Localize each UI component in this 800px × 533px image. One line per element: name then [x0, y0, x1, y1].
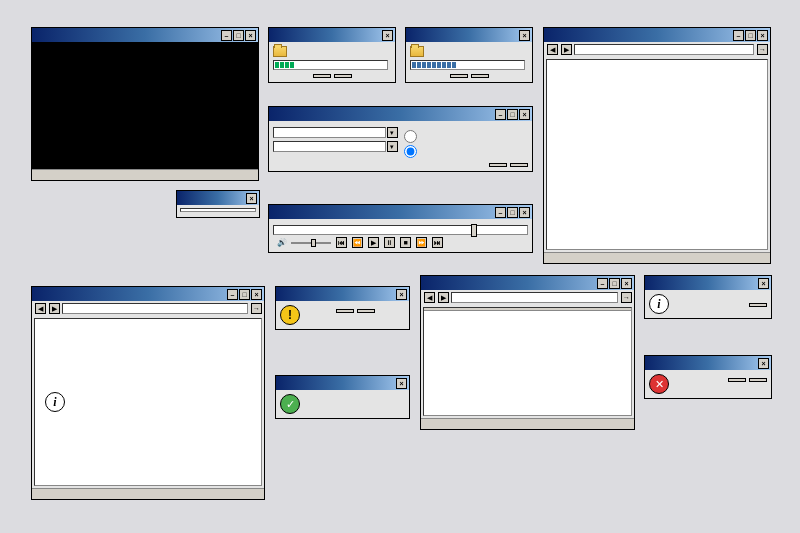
pause-button[interactable]	[450, 74, 468, 78]
cancel-button[interactable]	[334, 74, 352, 78]
back-icon[interactable]: ◀	[35, 303, 46, 314]
minimize-icon[interactable]: –	[597, 278, 608, 289]
volume-icon[interactable]: 🔊	[277, 238, 287, 247]
minimize-icon[interactable]: –	[733, 30, 744, 41]
play-icon[interactable]: ▶	[368, 237, 379, 248]
browser-viewport: i	[34, 318, 262, 486]
minimize-icon[interactable]: –	[227, 289, 238, 300]
back-icon[interactable]: ◀	[424, 292, 435, 303]
save-input[interactable]	[273, 141, 386, 152]
warning-icon: !	[280, 305, 300, 325]
calc-display	[180, 208, 256, 212]
close-icon[interactable]: ×	[519, 207, 530, 218]
path-input[interactable]	[574, 44, 754, 55]
close-icon[interactable]: ×	[519, 109, 530, 120]
close-icon[interactable]: ×	[245, 30, 256, 41]
maximize-icon[interactable]: □	[239, 289, 250, 300]
music-window[interactable]: –□× 🔊 ⏮ ⏪ ▶ ⏸ ■ ⏩ ⏭	[268, 204, 533, 253]
statusbar	[32, 169, 258, 180]
close-icon[interactable]: ×	[246, 193, 257, 204]
close-icon[interactable]: ×	[757, 30, 768, 41]
file-explorer-window[interactable]: –□× ◀ ▶ →	[420, 275, 635, 430]
folder-icon	[273, 46, 287, 57]
minimize-icon[interactable]: –	[495, 109, 506, 120]
success-icon: ✓	[280, 394, 300, 414]
copy-failed-window[interactable]: × ✕	[644, 355, 772, 399]
next-icon[interactable]: ⏭	[432, 237, 443, 248]
info-window[interactable]: × i	[644, 275, 772, 319]
close-icon[interactable]: ×	[251, 289, 262, 300]
go-button[interactable]: →	[757, 44, 768, 55]
file-list[interactable]	[423, 307, 632, 416]
forward-icon[interactable]: ⏩	[416, 237, 427, 248]
path-input[interactable]	[451, 292, 618, 303]
warning-window[interactable]: × !	[275, 286, 410, 330]
url-input[interactable]	[62, 303, 248, 314]
maximize-icon[interactable]: □	[507, 109, 518, 120]
maximize-icon[interactable]: □	[507, 207, 518, 218]
chevron-down-icon[interactable]: ▾	[387, 127, 398, 138]
rename-button[interactable]	[728, 378, 746, 382]
rewind-icon[interactable]: ⏪	[352, 237, 363, 248]
seek-bar[interactable]	[273, 225, 528, 235]
terminal-titlebar[interactable]: – □ ×	[32, 28, 258, 42]
minimize-icon[interactable]: –	[495, 207, 506, 218]
cancel-button[interactable]	[510, 163, 528, 167]
ok-button[interactable]	[749, 303, 767, 307]
browser-window[interactable]: –□× ◀ ▶ → i	[31, 286, 265, 500]
pause-icon[interactable]: ⏸	[384, 237, 395, 248]
file-browser-window[interactable]: –□× ◀ ▶ →	[543, 27, 771, 264]
copying-window[interactable]: ×	[268, 27, 396, 83]
error-icon: ✕	[649, 374, 669, 394]
go-button[interactable]: →	[251, 303, 262, 314]
downloading-window[interactable]: ×	[405, 27, 533, 83]
progress-bar	[410, 60, 525, 70]
pause-button[interactable]	[313, 74, 331, 78]
restart-later-radio[interactable]	[404, 145, 417, 158]
go-button[interactable]: →	[621, 292, 632, 303]
restart-now-radio[interactable]	[404, 130, 417, 143]
close-icon[interactable]: ×	[519, 30, 530, 41]
info-icon: i	[649, 294, 669, 314]
close-icon[interactable]: ×	[396, 289, 407, 300]
close-icon[interactable]: ×	[621, 278, 632, 289]
save-button[interactable]	[489, 163, 507, 167]
cancel-button[interactable]	[749, 378, 767, 382]
statusbar	[421, 418, 634, 429]
statusbar	[32, 488, 264, 499]
maximize-icon[interactable]: □	[609, 278, 620, 289]
terminal-body[interactable]	[32, 42, 258, 169]
close-icon[interactable]: ×	[758, 358, 769, 369]
info-icon: i	[45, 392, 65, 412]
folder-icon	[410, 46, 424, 57]
terminal-window[interactable]: – □ ×	[31, 27, 259, 181]
dest-input[interactable]	[273, 127, 386, 138]
chevron-down-icon[interactable]: ▾	[387, 141, 398, 152]
volume-slider[interactable]	[291, 242, 331, 244]
yes-button[interactable]	[336, 309, 354, 313]
close-icon[interactable]: ×	[396, 378, 407, 389]
minimize-icon[interactable]: –	[221, 30, 232, 41]
close-icon[interactable]: ×	[758, 278, 769, 289]
forward-icon[interactable]: ▶	[438, 292, 449, 303]
close-icon[interactable]: ×	[382, 30, 393, 41]
no-button[interactable]	[357, 309, 375, 313]
progress-bar	[273, 60, 388, 70]
statusbar	[544, 252, 770, 263]
stop-icon[interactable]: ■	[400, 237, 411, 248]
installer-window[interactable]: × ✓	[275, 375, 410, 419]
maximize-icon[interactable]: □	[233, 30, 244, 41]
calculator-window[interactable]: ×	[176, 190, 260, 218]
cancel-button[interactable]	[471, 74, 489, 78]
prev-icon[interactable]: ⏮	[336, 237, 347, 248]
back-icon[interactable]: ◀	[547, 44, 558, 55]
maximize-icon[interactable]: □	[745, 30, 756, 41]
settings-window[interactable]: –□× ▾ ▾	[268, 106, 533, 172]
forward-icon[interactable]: ▶	[49, 303, 60, 314]
forward-icon[interactable]: ▶	[561, 44, 572, 55]
